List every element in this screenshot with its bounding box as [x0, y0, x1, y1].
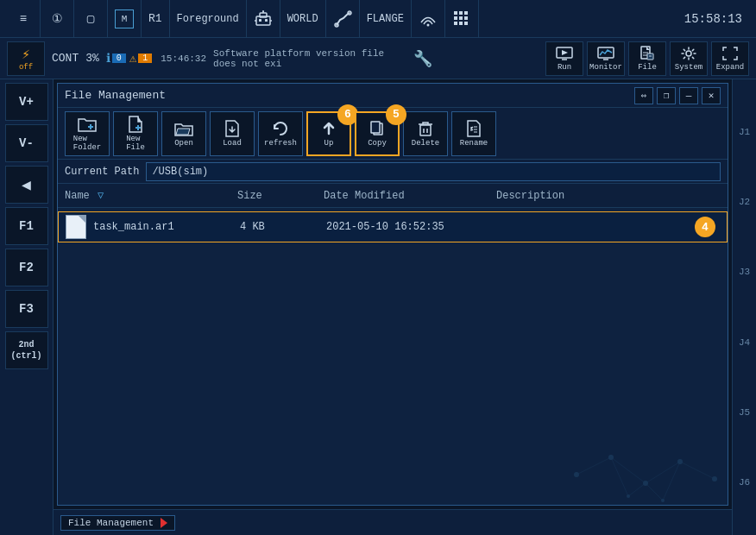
close-button[interactable]: ✕ [702, 87, 721, 104]
info-badge-orange: ⚠ 1 [129, 51, 152, 66]
info-badge-blue: ℹ 0 [106, 51, 126, 66]
j4-label: J4 [739, 337, 750, 348]
2nd-ctrl-label: 2nd(ctrl) [10, 339, 41, 362]
square-icon-area[interactable]: ▢ [74, 0, 108, 37]
col-size-header: Size [237, 190, 324, 202]
robot-icon [254, 9, 273, 28]
file-button[interactable]: File [628, 41, 666, 76]
top-toolbar: ≡ ① ▢ M R1 Foreground WORLD [0, 0, 756, 38]
second-toolbar-right: Run Monitor File [545, 41, 749, 76]
load-label: Load [223, 139, 242, 148]
grid-icon [452, 9, 471, 28]
world-label-area[interactable]: WORLD [280, 0, 326, 37]
vminus-button[interactable]: V- [5, 124, 48, 162]
table-row[interactable]: task_main.ar1 4 KB 2021-05-10 16:52:35 [58, 211, 728, 242]
taskbar-file-management-label: File Management [68, 518, 154, 528]
copy-button-wrapper: Copy 5 [355, 111, 400, 156]
open-button[interactable]: Open [161, 111, 206, 156]
arm-icon-area[interactable] [326, 0, 360, 37]
svg-point-3 [262, 10, 264, 12]
svg-point-10 [426, 23, 429, 26]
system-button[interactable]: System [670, 41, 708, 76]
square-icon: ▢ [81, 9, 100, 28]
monitor-button[interactable]: Monitor [587, 41, 625, 76]
file-icon [66, 215, 86, 239]
info-icon-area[interactable]: ① [41, 0, 74, 37]
delete-button[interactable]: Delete [403, 111, 448, 156]
power-button[interactable]: ⚡ off [7, 41, 45, 76]
file-management-window: File Management ⇔ ❐ — ✕ [57, 83, 728, 506]
svg-rect-13 [464, 11, 468, 15]
rename-button[interactable]: Rename [451, 111, 496, 156]
f2-button[interactable]: F2 [5, 249, 48, 286]
restore-button[interactable]: ❐ [657, 87, 676, 104]
svg-rect-18 [459, 22, 463, 25]
expand-button[interactable]: Expand [711, 41, 749, 76]
flange-label-area[interactable]: FLANGE [360, 0, 412, 37]
path-input[interactable] [146, 162, 721, 181]
refresh-button[interactable]: refresh [258, 111, 303, 156]
grid-icon-area[interactable] [445, 0, 479, 37]
svg-rect-16 [464, 16, 468, 20]
new-file-button[interactable]: NewFile [113, 111, 158, 156]
f2-label: F2 [19, 261, 34, 274]
up-label: Up [324, 139, 334, 148]
back-button[interactable]: ◀ [5, 166, 48, 204]
vplus-button[interactable]: V+ [5, 83, 48, 121]
close-icon: ✕ [709, 90, 715, 101]
file-list-header: Name ▽ Size Date Modified Description [58, 184, 728, 208]
message-time: 15:46:32 [161, 54, 206, 64]
info-circle-icon: ① [47, 9, 66, 28]
svg-rect-5 [265, 19, 268, 22]
new-folder-button[interactable]: NewFolder [65, 111, 110, 156]
signal-icon [419, 9, 438, 28]
wrench-icon: 🔧 [413, 49, 432, 68]
f1-label: F1 [19, 219, 34, 233]
run-button[interactable]: Run [545, 41, 583, 76]
r1-label: R1 [148, 12, 162, 25]
minimize-button[interactable]: — [679, 87, 698, 104]
r1-label-area[interactable]: R1 [142, 0, 170, 37]
taskbar-file-management[interactable]: File Management [60, 515, 175, 531]
vplus-label: V+ [19, 95, 34, 109]
foreground-label: Foreground [177, 13, 239, 25]
world-label: WORLD [287, 13, 318, 25]
rename-label: Rename [460, 139, 488, 148]
window-title: File Management [65, 89, 634, 102]
window-controls: ⇔ ❐ — ✕ [634, 87, 721, 104]
m-icon-area[interactable]: M [108, 0, 142, 37]
vminus-label: V- [19, 136, 34, 150]
robot-icon-area[interactable] [247, 0, 280, 37]
file-size: 4 KB [240, 221, 326, 233]
menu-icon-area[interactable]: ≡ [7, 0, 41, 37]
f3-button[interactable]: F3 [5, 290, 48, 328]
j1-label: J1 [739, 127, 750, 137]
run-label: Run [558, 63, 571, 72]
signal-icon-area[interactable] [412, 0, 445, 37]
foreground-area[interactable]: Foreground [170, 0, 247, 37]
cont-percent: 3% [85, 52, 99, 65]
new-folder-label: NewFolder [73, 135, 101, 152]
j2-label: J2 [739, 197, 750, 207]
j3-label: J3 [739, 267, 750, 277]
path-bar: Current Path [58, 160, 728, 184]
exchange-button[interactable]: ⇔ [634, 87, 653, 104]
svg-rect-17 [454, 22, 457, 25]
taskbar-arrow-icon [161, 518, 167, 528]
sort-arrow-icon: ▽ [98, 190, 104, 202]
f1-button[interactable]: F1 [5, 207, 48, 245]
exchange-icon: ⇔ [641, 90, 647, 101]
svg-rect-12 [459, 11, 463, 15]
new-file-label: NewFile [126, 135, 145, 152]
up-button-wrapper: Up 6 [306, 111, 351, 156]
load-button[interactable]: Load [210, 111, 255, 156]
clock: 15:58:13 [677, 12, 749, 26]
2nd-ctrl-button[interactable]: 2nd(ctrl) [5, 331, 48, 369]
flange-label: FLANGE [367, 13, 404, 25]
minimize-icon: — [686, 91, 692, 101]
svg-rect-15 [459, 16, 463, 20]
file-date: 2021-05-10 16:52:35 [326, 221, 499, 233]
expand-label: Expand [716, 63, 744, 72]
file-label: File [638, 63, 657, 72]
j6-label: J6 [739, 477, 750, 488]
